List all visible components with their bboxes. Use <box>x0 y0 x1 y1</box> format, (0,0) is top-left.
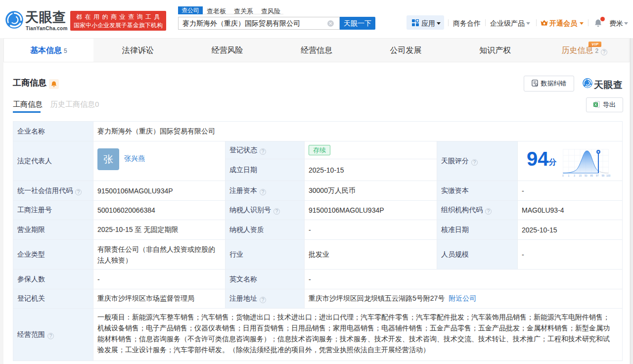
svg-text:1: 1 <box>568 174 569 177</box>
svg-text:85: 85 <box>590 174 593 177</box>
svg-text:99: 99 <box>601 174 604 177</box>
svg-text:15: 15 <box>579 174 582 177</box>
svg-text:50: 50 <box>585 174 588 177</box>
svg-text:0: 0 <box>562 174 564 177</box>
svg-text:97: 97 <box>596 174 599 177</box>
svg-text:100: 100 <box>606 174 611 177</box>
svg-text:3: 3 <box>574 174 575 177</box>
